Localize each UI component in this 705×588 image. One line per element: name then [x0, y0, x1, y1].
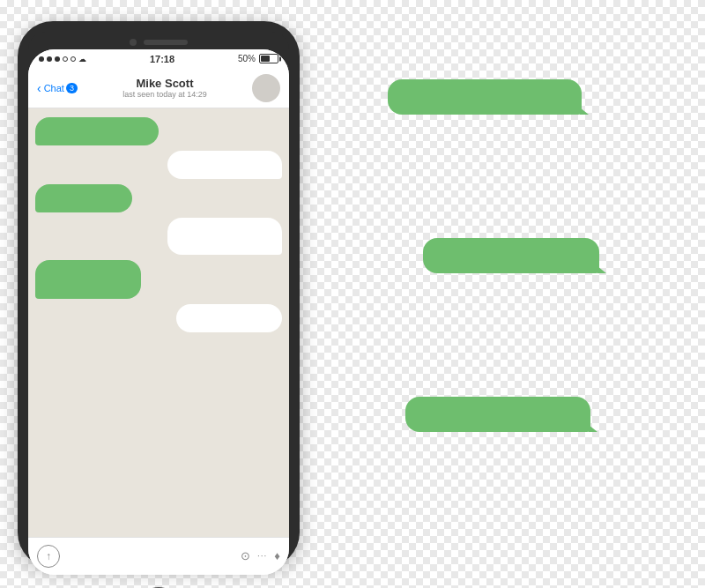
battery-icon — [259, 54, 278, 63]
phone-screen: ☁ 17:18 50% ‹ Chat 3 Mike Scott last see… — [28, 49, 289, 575]
wifi-icon: ☁ — [78, 55, 86, 63]
back-chevron-icon: ‹ — [37, 81, 41, 95]
messages-area — [28, 108, 289, 537]
message-row-6 — [35, 304, 282, 332]
signal-dot-3 — [55, 56, 60, 62]
battery-fill — [261, 56, 270, 62]
message-bubble-sent-2 — [35, 184, 132, 212]
input-bar: ↑ ⊙ ··· ♦ — [28, 537, 289, 575]
camera-icon[interactable]: ⊙ — [241, 549, 250, 562]
upload-icon: ↑ — [46, 550, 51, 562]
message-row-4 — [35, 218, 282, 255]
message-bubble-sent-3 — [35, 260, 141, 299]
message-bubble-received-1 — [167, 151, 282, 179]
phone-frame: ☁ 17:18 50% ‹ Chat 3 Mike Scott last see… — [18, 21, 300, 568]
floating-bubble-2 — [423, 238, 599, 273]
phone-camera — [130, 39, 137, 46]
message-row-5 — [35, 260, 282, 299]
upload-button[interactable]: ↑ — [37, 545, 60, 568]
chat-header: ‹ Chat 3 Mike Scott last seen today at 1… — [28, 69, 289, 108]
message-row-2 — [35, 151, 282, 179]
battery-area: 50% — [238, 54, 278, 63]
message-bubble-received-2 — [167, 218, 282, 255]
phone-top-bar — [28, 32, 289, 49]
contact-info: Mike Scott last seen today at 14:29 — [85, 77, 245, 99]
contact-name: Mike Scott — [136, 77, 193, 90]
mic-icon[interactable]: ♦ — [274, 549, 280, 562]
last-seen-status: last seen today at 14:29 — [122, 90, 207, 99]
back-label: Chat — [44, 83, 64, 93]
chat-badge: 3 — [66, 83, 78, 93]
battery-label: 50% — [238, 54, 256, 63]
back-button[interactable]: ‹ Chat 3 — [37, 81, 78, 95]
floating-bubble-1 — [388, 79, 582, 115]
message-row-1 — [35, 117, 282, 145]
signal-dot-5 — [70, 56, 76, 62]
message-bubble-received-3 — [176, 304, 282, 332]
message-row-3 — [35, 184, 282, 212]
signal-dot-1 — [39, 56, 44, 62]
floating-bubble-3 — [405, 397, 590, 432]
floating-bubbles-area — [335, 0, 687, 588]
more-options-icon[interactable]: ··· — [257, 551, 267, 561]
signal-area: ☁ — [39, 55, 86, 63]
signal-dot-4 — [63, 56, 68, 62]
status-bar: ☁ 17:18 50% — [28, 49, 289, 69]
message-bubble-sent-1 — [35, 117, 159, 145]
phone-speaker — [144, 40, 188, 45]
signal-dot-2 — [47, 56, 52, 62]
status-time: 17:18 — [150, 54, 174, 64]
contact-avatar[interactable] — [252, 74, 280, 102]
